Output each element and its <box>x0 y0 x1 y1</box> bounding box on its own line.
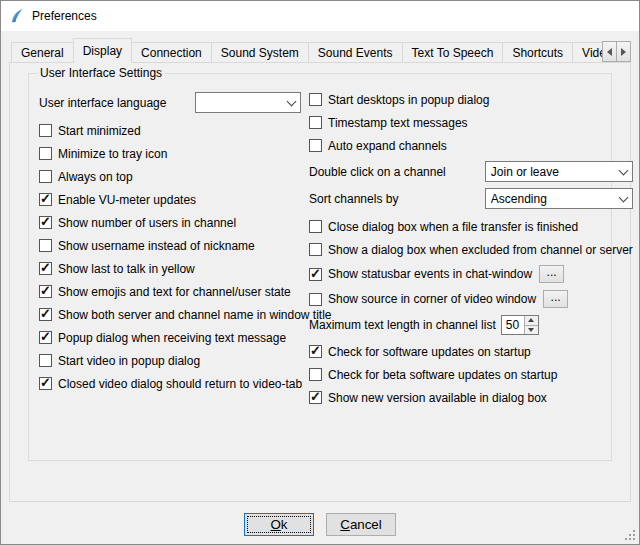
ok-button[interactable]: Ok <box>244 513 314 536</box>
checkbox-enable-vu-meter[interactable]: Enable VU-meter updates <box>39 192 301 207</box>
max-text-length-spinner[interactable]: 50 <box>501 315 539 335</box>
checkbox-show-new-version-dialog[interactable]: Show new version available in dialog box <box>309 390 633 405</box>
language-row: User interface language <box>39 92 301 113</box>
checkbox-box[interactable] <box>39 216 52 229</box>
checkbox-label: Start video in popup dialog <box>58 354 200 368</box>
spin-up-button[interactable] <box>525 316 538 325</box>
checkbox-box[interactable] <box>309 243 322 256</box>
tab-scroll-buttons <box>602 41 631 62</box>
checkbox-box[interactable] <box>309 268 322 281</box>
checkbox-label: Enable VU-meter updates <box>58 193 196 207</box>
checkbox-popup-text-message[interactable]: Popup dialog when receiving text message <box>39 330 301 345</box>
title-bar[interactable]: Preferences <box>1 1 639 31</box>
checkbox-box[interactable] <box>309 368 322 381</box>
sort-channels-select[interactable]: Ascending <box>485 188 633 209</box>
checkbox-label: Show both server and channel name in win… <box>58 308 332 322</box>
sort-channels-label: Sort channels by <box>309 192 398 206</box>
checkbox-box[interactable] <box>39 124 52 137</box>
checkbox-statusbar-events[interactable]: Show statusbar events in chat-window <box>309 267 532 281</box>
video-source-more-button[interactable]: ... <box>543 290 568 308</box>
statusbar-events-row: Show statusbar events in chat-window ... <box>309 265 633 283</box>
tab-sound-events[interactable]: Sound Events <box>308 42 403 62</box>
checkbox-minimize-to-tray[interactable]: Minimize to tray icon <box>39 146 301 161</box>
checkbox-desktops-popup[interactable]: Start desktops in popup dialog <box>309 92 633 107</box>
checkbox-label: Show a dialog box when excluded from cha… <box>328 243 633 257</box>
cancel-button-label: C <box>340 517 350 532</box>
checkbox-box[interactable] <box>39 262 52 275</box>
checkbox-always-on-top[interactable]: Always on top <box>39 169 301 184</box>
tab-text-to-speech[interactable]: Text To Speech <box>402 42 504 62</box>
checkbox-timestamp-messages[interactable]: Timestamp text messages <box>309 115 633 130</box>
tab-scroll-right-button[interactable] <box>616 41 631 62</box>
checkbox-box[interactable] <box>309 220 322 233</box>
checkbox-label: Timestamp text messages <box>328 116 468 130</box>
checkbox-box[interactable] <box>39 239 52 252</box>
checkbox-label: Show source in corner of video window <box>328 292 536 306</box>
statusbar-events-more-button[interactable]: ... <box>539 265 564 283</box>
language-select[interactable] <box>195 92 301 113</box>
resize-grip[interactable] <box>625 530 636 541</box>
checkbox-check-beta-updates[interactable]: Check for beta software updates on start… <box>309 367 633 382</box>
cancel-button[interactable]: Cancel <box>326 513 396 536</box>
spin-down-button[interactable] <box>525 325 538 335</box>
checkbox-show-username[interactable]: Show username instead of nickname <box>39 238 301 253</box>
checkbox-label: Show new version available in dialog box <box>328 391 547 405</box>
tab-shortcuts[interactable]: Shortcuts <box>502 42 573 62</box>
checkbox-label: Show last to talk in yellow <box>58 262 195 276</box>
checkbox-box[interactable] <box>39 193 52 206</box>
right-column: Start desktops in popup dialog Timestamp… <box>309 92 633 413</box>
arrow-left-icon <box>607 48 612 56</box>
sort-channels-select-value: Ascending <box>491 192 547 206</box>
checkbox-server-channel-in-title[interactable]: Show both server and channel name in win… <box>39 307 301 322</box>
checkbox-box[interactable] <box>309 293 322 306</box>
checkbox-close-on-transfer-finished[interactable]: Close dialog box when a file transfer is… <box>309 219 633 234</box>
checkbox-box[interactable] <box>39 308 52 321</box>
checkbox-dialog-when-excluded[interactable]: Show a dialog box when excluded from cha… <box>309 242 633 257</box>
double-click-row: Double click on a channel Join or leave <box>309 161 633 182</box>
checkbox-box[interactable] <box>39 170 52 183</box>
checkbox-label: Check for beta software updates on start… <box>328 368 557 382</box>
checkbox-box[interactable] <box>309 391 322 404</box>
max-text-length-row: Maximum text length in channel list 50 <box>309 315 633 335</box>
double-click-select[interactable]: Join or leave <box>485 161 633 182</box>
checkbox-label: Always on top <box>58 170 133 184</box>
double-click-label: Double click on a channel <box>309 165 446 179</box>
checkbox-box[interactable] <box>39 377 52 390</box>
preferences-dialog: Preferences General Display Connection S… <box>0 0 640 545</box>
checkbox-label: Show emojis and text for channel/user st… <box>58 285 291 299</box>
checkbox-box[interactable] <box>309 93 322 106</box>
video-source-row: Show source in corner of video window ..… <box>309 290 633 308</box>
checkbox-video-source-corner[interactable]: Show source in corner of video window <box>309 292 536 306</box>
checkbox-show-user-count[interactable]: Show number of users in channel <box>39 215 301 230</box>
checkbox-label: Check for software updates on startup <box>328 345 531 359</box>
checkbox-start-minimized[interactable]: Start minimized <box>39 123 301 138</box>
checkbox-box[interactable] <box>309 139 322 152</box>
spinner-buttons <box>524 316 538 334</box>
checkbox-label: Popup dialog when receiving text message <box>58 331 286 345</box>
checkbox-show-emojis[interactable]: Show emojis and text for channel/user st… <box>39 284 301 299</box>
tab-general[interactable]: General <box>11 42 74 62</box>
checkbox-last-to-talk-yellow[interactable]: Show last to talk in yellow <box>39 261 301 276</box>
checkbox-box[interactable] <box>309 116 322 129</box>
checkbox-box[interactable] <box>309 345 322 358</box>
checkbox-box[interactable] <box>39 354 52 367</box>
tab-connection[interactable]: Connection <box>131 42 212 62</box>
chevron-down-icon <box>615 189 632 208</box>
tab-scroll-left-button[interactable] <box>602 41 617 62</box>
app-icon <box>9 8 25 24</box>
chevron-down-icon <box>615 162 632 181</box>
checkbox-box[interactable] <box>39 285 52 298</box>
checkbox-auto-expand-channels[interactable]: Auto expand channels <box>309 138 633 153</box>
tab-sound-system[interactable]: Sound System <box>211 42 309 62</box>
left-column: User interface language Start minimized … <box>39 92 301 413</box>
checkbox-box[interactable] <box>39 331 52 344</box>
checkbox-box[interactable] <box>39 147 52 160</box>
checkbox-label: Minimize to tray icon <box>58 147 167 161</box>
checkbox-video-popup[interactable]: Start video in popup dialog <box>39 353 301 368</box>
checkbox-check-updates[interactable]: Check for software updates on startup <box>309 344 633 359</box>
language-label: User interface language <box>39 96 166 110</box>
checkbox-closed-video-return[interactable]: Closed video dialog should return to vid… <box>39 376 301 391</box>
tab-display[interactable]: Display <box>73 38 132 63</box>
checkbox-label: Show number of users in channel <box>58 216 236 230</box>
spinner-value: 50 <box>502 316 524 334</box>
